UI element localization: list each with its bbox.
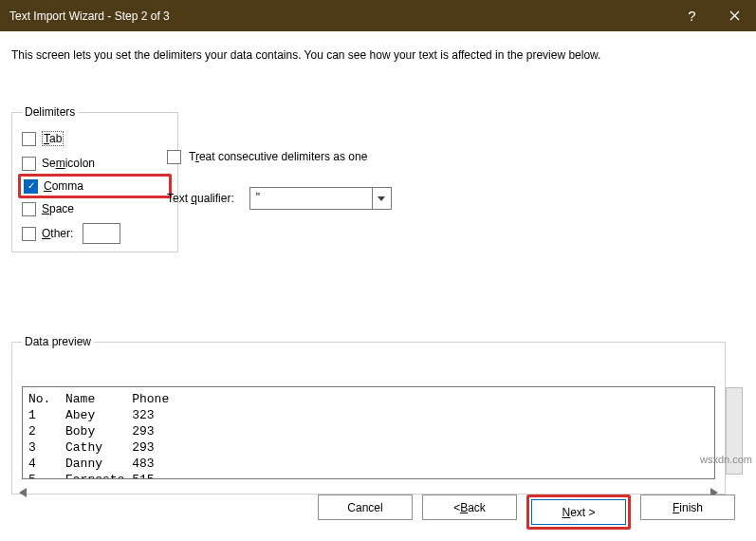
comma-checkbox[interactable] [24, 179, 38, 194]
content: This screen lets you set the delimiters … [0, 31, 756, 541]
watermark: wsxdn.com [700, 454, 752, 465]
help-button[interactable]: ? [671, 0, 713, 31]
other-checkbox[interactable] [22, 227, 36, 241]
text-qualifier-label: Text qualifier: [167, 192, 234, 205]
tab-checkbox[interactable] [22, 132, 36, 146]
other-input[interactable] [83, 223, 120, 244]
next-button[interactable]: Next > [531, 499, 626, 525]
other-label: Other: [42, 227, 73, 240]
chevron-down-icon [372, 188, 391, 209]
preview-box: No. Name Phone 1 Abey 323 2 Boby 293 3 C… [22, 386, 715, 479]
instruction-text: This screen lets you set the delimiters … [11, 48, 743, 62]
titlebar: Text Import Wizard - Step 2 of 3 ? [0, 0, 756, 31]
text-qualifier-value: " [250, 188, 372, 209]
finish-button[interactable]: Finish [640, 494, 735, 520]
dialog-title: Text Import Wizard - Step 2 of 3 [9, 9, 170, 23]
close-icon [729, 10, 740, 21]
semicolon-label: Semicolon [42, 157, 95, 170]
delimiters-legend: Delimiters [22, 105, 78, 119]
comma-label: Comma [44, 179, 83, 193]
cancel-button[interactable]: Cancel [318, 494, 413, 520]
preview-legend: Data preview [22, 335, 94, 348]
consec-label: Treat consecutive delimiters as one [189, 150, 367, 163]
tab-label: Tab [42, 132, 64, 145]
text-qualifier-combo[interactable]: " [249, 187, 392, 210]
back-button[interactable]: < Back [422, 494, 517, 520]
dialog: Text Import Wizard - Step 2 of 3 ? This … [0, 0, 756, 541]
data-preview-group: Data preview No. Name Phone 1 Abey 323 2… [11, 335, 726, 494]
button-row: Cancel < Back Next > Finish [0, 494, 756, 530]
consec-checkbox[interactable] [167, 150, 181, 164]
space-label: Space [42, 202, 74, 215]
close-button[interactable] [713, 0, 756, 31]
right-options: Treat consecutive delimiters as one Text… [167, 145, 392, 210]
semicolon-checkbox[interactable] [22, 157, 36, 171]
delimiters-group: Delimiters Tab Semicolon Comma Space Oth… [11, 105, 178, 252]
space-checkbox[interactable] [22, 202, 36, 216]
